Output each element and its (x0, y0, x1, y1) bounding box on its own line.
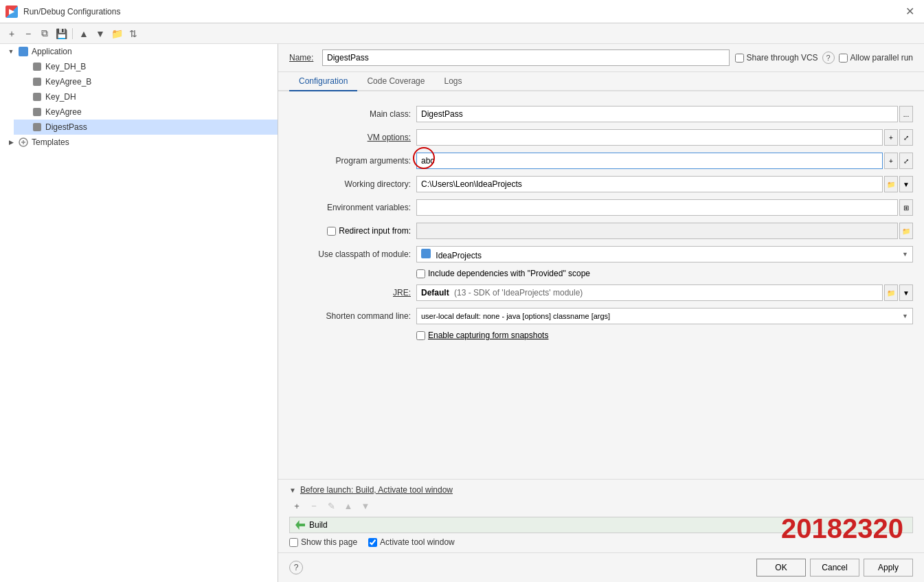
program-args-label: Program arguments: (289, 156, 416, 166)
name-input[interactable] (322, 49, 730, 66)
application-children: Key_DH_B KeyAgree_B Key_DH KeyAgree Dige (0, 59, 278, 135)
ok-button[interactable]: OK (756, 559, 806, 577)
working-dir-field: 📁 ▼ (416, 176, 913, 192)
vm-options-input[interactable] (416, 129, 883, 146)
jre-browse-button[interactable]: 📁 (884, 284, 898, 301)
toolbar: + − ⧉ 💾 ▲ ▼ 📁 ⇅ (0, 23, 924, 44)
program-args-input[interactable] (416, 153, 883, 169)
classpath-drop-arrow: ▼ (902, 251, 908, 258)
main-class-browse-button[interactable]: ... (899, 106, 913, 122)
help-button[interactable]: ? (289, 561, 303, 574)
vcs-area: Share through VCS ? Allow parallel run (735, 52, 913, 64)
templates-group[interactable]: ▶ Templates (0, 135, 278, 150)
tree-item-key-dh[interactable]: Key_DH (14, 89, 278, 104)
show-page-label[interactable]: Show this page (289, 537, 357, 547)
program-args-row: Program arguments: + ⤢ (289, 152, 913, 170)
main-class-input[interactable] (416, 106, 898, 122)
config-icon-keyagree (32, 107, 43, 117)
vm-fullscreen-button[interactable]: ⤢ (899, 129, 913, 146)
tree-label-keyagree-b: KeyAgree_B (45, 77, 91, 87)
working-dir-label: Working directory: (289, 179, 416, 189)
tree-item-digestpass[interactable]: DigestPass (14, 120, 278, 135)
close-button[interactable]: ✕ (901, 3, 919, 19)
enable-capturing-label: Enable capturing form snapshots (428, 331, 548, 340)
classpath-label: Use classpath of module: (289, 249, 416, 259)
share-vcs-label[interactable]: Share through VCS (735, 53, 818, 63)
activate-tool-label[interactable]: Activate tool window (368, 537, 455, 547)
env-vars-browse-button[interactable]: ⊞ (899, 199, 913, 216)
main-content: ▼ Application Key_DH_B KeyAgree_B Key_DH (0, 44, 924, 582)
jre-dropdown[interactable]: Default (13 - SDK of 'IdeaProjects' modu… (416, 284, 883, 301)
vcs-help-button[interactable]: ? (822, 52, 835, 64)
tree-item-keyagree-b[interactable]: KeyAgree_B (14, 74, 278, 89)
before-launch-collapse-icon[interactable]: ▼ (289, 486, 296, 494)
save-config-button[interactable]: 💾 (54, 26, 69, 41)
allow-parallel-label[interactable]: Allow parallel run (839, 53, 913, 63)
activate-tool-checkbox[interactable] (368, 538, 377, 547)
working-dir-drop-button[interactable]: ▼ (899, 176, 913, 192)
bl-up-button[interactable]: ▲ (341, 499, 356, 513)
shorten-cmd-row: Shorten command line: user-local default… (289, 307, 913, 325)
include-dep-checkbox[interactable] (416, 269, 425, 278)
main-class-area: ... (416, 106, 913, 122)
redirect-input[interactable] (416, 223, 898, 239)
config-icon-keyagree-b (32, 76, 43, 87)
working-dir-browse-button[interactable]: 📁 (884, 176, 898, 192)
jre-drop-button[interactable]: ▼ (899, 284, 913, 301)
toolbar-separator-1 (72, 28, 73, 39)
add-config-button[interactable]: + (4, 26, 19, 41)
vm-expand-button[interactable]: + (884, 129, 898, 146)
templates-expand-icon[interactable]: ▶ (5, 137, 16, 148)
jre-field: Default (13 - SDK of 'IdeaProjects' modu… (416, 284, 913, 301)
bl-add-button[interactable]: + (289, 499, 304, 513)
redirect-row: Redirect input from: 📁 (289, 222, 913, 240)
tab-logs[interactable]: Logs (434, 72, 471, 91)
cancel-button[interactable]: Cancel (810, 559, 859, 577)
title-bar: ▶ Run/Debug Configurations ✕ (0, 0, 924, 23)
prog-fullscreen-button[interactable]: ⤢ (899, 153, 913, 169)
enable-capturing-checkbox[interactable] (416, 331, 425, 340)
copy-config-button[interactable]: ⧉ (37, 26, 52, 41)
build-icon (295, 520, 305, 530)
working-dir-row: Working directory: 📁 ▼ (289, 175, 913, 193)
application-label: Application (32, 47, 72, 56)
allow-parallel-checkbox[interactable] (839, 54, 848, 63)
apply-button[interactable]: Apply (864, 559, 913, 577)
env-vars-input[interactable] (416, 199, 898, 216)
tree-item-keyagree[interactable]: KeyAgree (14, 104, 278, 120)
prog-expand-button[interactable]: + (884, 153, 898, 169)
classpath-folder-icon: IdeaProjects (421, 249, 482, 260)
right-panel: Name: Share through VCS ? Allow parallel… (278, 44, 924, 582)
folder-button[interactable]: 📁 (109, 26, 124, 41)
before-launch-header: ▼ Before launch: Build, Activate tool wi… (289, 485, 913, 495)
redirect-checkbox[interactable] (327, 227, 336, 236)
config-icon-key-dh (32, 91, 43, 102)
name-row: Name: Share through VCS ? Allow parallel… (278, 44, 924, 72)
remove-config-button[interactable]: − (21, 26, 36, 41)
shorten-dropdown[interactable]: user-local default: none - java [options… (416, 308, 913, 324)
left-panel: ▼ Application Key_DH_B KeyAgree_B Key_DH (0, 44, 278, 582)
working-dir-input[interactable] (416, 176, 883, 192)
classpath-dropdown[interactable]: IdeaProjects ▼ (416, 246, 913, 262)
show-page-checkbox[interactable] (289, 538, 298, 547)
sort-button[interactable]: ⇅ (126, 26, 141, 41)
tab-configuration[interactable]: Configuration (289, 72, 357, 91)
bl-down-button[interactable]: ▼ (358, 499, 373, 513)
bl-edit-button[interactable]: ✎ (324, 499, 339, 513)
tab-code-coverage[interactable]: Code Coverage (357, 72, 434, 91)
bottom-section: ? OK Cancel Apply (278, 552, 924, 582)
redirect-browse-button[interactable]: 📁 (899, 223, 913, 239)
config-inner: Main class: ... VM options: + ⤢ (289, 100, 913, 351)
enable-capturing-row: Enable capturing form snapshots (289, 331, 913, 340)
share-vcs-checkbox[interactable] (735, 54, 744, 63)
application-group[interactable]: ▼ Application (0, 44, 278, 59)
env-vars-row: Environment variables: ⊞ (289, 199, 913, 216)
app-icon: ▶ (5, 5, 18, 18)
move-up-button[interactable]: ▲ (76, 26, 91, 41)
include-dep-row: Include dependencies with "Provided" sco… (289, 269, 913, 278)
application-folder-icon (18, 46, 29, 57)
tree-item-key-dh-b[interactable]: Key_DH_B (14, 59, 278, 74)
bl-remove-button[interactable]: − (306, 499, 322, 513)
application-expand-icon[interactable]: ▼ (5, 46, 16, 57)
move-down-button[interactable]: ▼ (93, 26, 108, 41)
